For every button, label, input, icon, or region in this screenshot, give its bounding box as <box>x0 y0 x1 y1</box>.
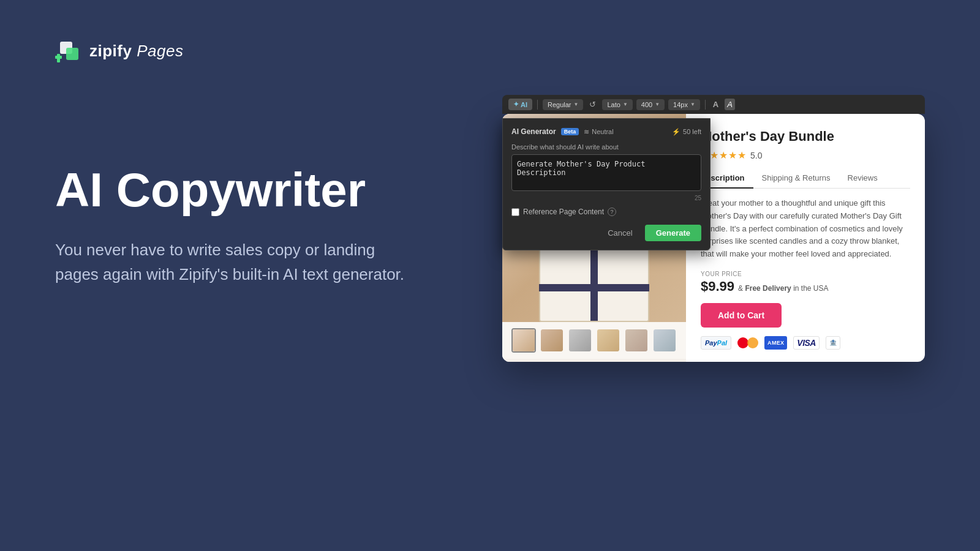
undo-button[interactable]: ↺ <box>587 99 598 110</box>
bank-icon: 🏦 <box>826 336 840 350</box>
tab-shipping[interactable]: Shipping & Returns <box>753 170 839 189</box>
thumbnail-5[interactable] <box>624 328 649 353</box>
amex-icon: AMEX <box>764 336 787 350</box>
payment-icons: PayPal AMEX VISA 🏦 <box>701 336 910 350</box>
ai-generator-popup: AI Generator Beta ≋ Neutral ⚡ 50 left De… <box>502 118 710 250</box>
bank-symbol: 🏦 <box>829 339 837 346</box>
neutral-badge: ≋ Neutral <box>584 128 613 136</box>
page-subtext: You never have to write sales copy or la… <box>55 238 417 287</box>
textarea-label: Describe what should AI write about <box>511 143 701 151</box>
rating-number: 5.0 <box>750 151 762 160</box>
thumbnail-4[interactable] <box>596 328 620 353</box>
reference-page-label[interactable]: Reference Page Content <box>523 208 604 216</box>
caret-icon-2: ▼ <box>623 102 628 107</box>
price-value: $9.99 <box>701 279 734 294</box>
bold-button[interactable]: A <box>710 99 721 110</box>
toolbar: ✦ AI Regular ▼ ↺ Lato ▼ 400 ▼ 14px ▼ A A <box>502 95 925 114</box>
thumbnail-3[interactable] <box>568 328 592 353</box>
mastercard-icon <box>737 336 758 350</box>
left-copy: AI Copywriter You never have to write sa… <box>55 165 417 287</box>
credits-display: ⚡ 50 left <box>672 128 701 136</box>
logo-area: zipify Pages <box>55 37 183 65</box>
thumbnail-1[interactable] <box>511 328 536 353</box>
visa-icon: VISA <box>793 336 820 350</box>
thumbnail-6[interactable] <box>652 328 677 353</box>
italic-button[interactable]: A <box>725 99 735 110</box>
beta-badge: Beta <box>561 128 579 135</box>
price-row: Your Price $9.99 & Free Delivery in the … <box>701 271 910 294</box>
cancel-button[interactable]: Cancel <box>600 225 639 241</box>
right-area: ✦ AI Regular ▼ ↺ Lato ▼ 400 ▼ 14px ▼ A A <box>502 95 925 362</box>
svg-rect-1 <box>66 48 78 60</box>
price-label: Your Price <box>701 271 910 277</box>
price-main: $9.99 & Free Delivery in the USA <box>701 279 910 294</box>
font-style-dropdown[interactable]: Regular ▼ <box>543 99 583 110</box>
reference-page-row: Reference Page Content ? <box>511 208 701 216</box>
paypal-icon: PayPal <box>701 336 731 350</box>
caret-icon: ▼ <box>574 102 579 107</box>
toolbar-divider <box>537 100 538 110</box>
ai-toolbar-button[interactable]: ✦ AI <box>508 99 532 110</box>
free-delivery-text: & Free Delivery in the USA <box>738 284 828 293</box>
svg-rect-3 <box>55 56 62 59</box>
product-info: Mother's Day Bundle ★★★★★ 5.0 Descriptio… <box>686 114 925 362</box>
font-family-dropdown[interactable]: Lato ▼ <box>602 99 632 110</box>
thumbnail-2[interactable] <box>540 328 564 353</box>
product-description: Treat your mother to a thoughtful and un… <box>701 197 910 261</box>
add-to-cart-button[interactable]: Add to Cart <box>701 303 782 328</box>
ai-prompt-textarea[interactable] <box>511 154 701 191</box>
caret-icon-3: ▼ <box>655 102 660 107</box>
generate-button[interactable]: Generate <box>645 225 701 241</box>
ai-popup-header: AI Generator Beta ≋ Neutral ⚡ 50 left <box>511 127 701 136</box>
font-size-dropdown[interactable]: 14px ▼ <box>668 99 700 110</box>
zipify-icon <box>55 37 83 65</box>
page-heading: AI Copywriter <box>55 165 417 216</box>
gift-box-body <box>539 242 649 322</box>
product-tabs: Description Shipping & Returns Reviews <box>701 170 910 189</box>
tab-reviews[interactable]: Reviews <box>839 170 886 189</box>
help-icon[interactable]: ? <box>608 208 616 216</box>
font-weight-dropdown[interactable]: 400 ▼ <box>636 99 665 110</box>
ribbon-vertical <box>590 241 598 321</box>
product-title: Mother's Day Bundle <box>701 129 910 144</box>
char-count: 25 <box>511 195 701 201</box>
logo-text: zipify Pages <box>89 42 183 61</box>
caret-icon-4: ▼ <box>690 102 695 107</box>
thumbnail-strip <box>502 322 686 359</box>
toolbar-divider-2 <box>705 100 706 110</box>
ai-popup-actions: Cancel Generate <box>511 225 701 241</box>
stars-row: ★★★★★ 5.0 <box>701 149 910 161</box>
reference-page-checkbox[interactable] <box>511 208 519 216</box>
ai-generator-label: AI Generator <box>511 127 556 136</box>
ai-icon: ✦ <box>513 100 519 108</box>
bolt-icon: ⚡ <box>672 128 680 136</box>
waveform-icon: ≋ <box>584 128 589 136</box>
